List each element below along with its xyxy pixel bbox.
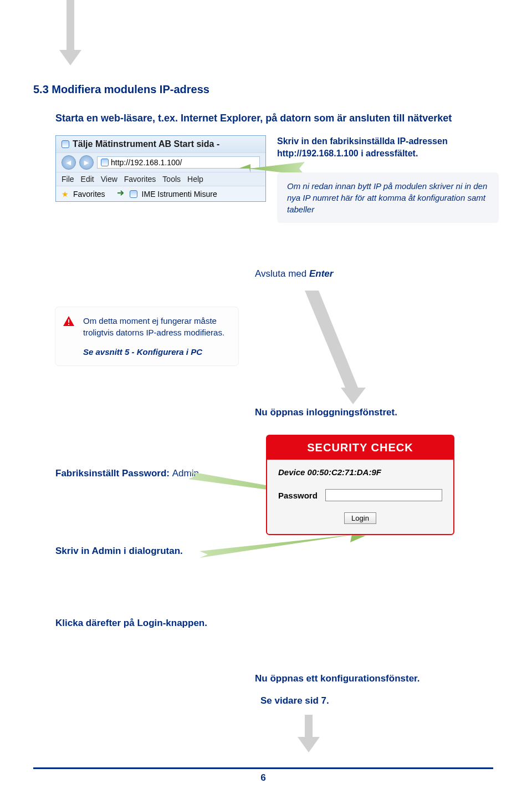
see-sid7-text: Se vidare sid 7. [260, 695, 329, 706]
section-heading: 5.3 Modifiera modulens IP-adress [33, 83, 493, 96]
page-number: 6 [33, 767, 493, 783]
address-bar[interactable]: http://192.168.1.100/ [97, 156, 260, 169]
security-dialog: SECURITY CHECK Device 00:50:C2:71:DA:9F … [266, 435, 454, 535]
arrow-down-icon [66, 0, 81, 65]
star-icon: ★ [62, 190, 69, 199]
password-input[interactable] [325, 489, 442, 501]
warning-box: Om detta moment ej fungerar måste trolig… [55, 307, 238, 365]
forward-button[interactable]: ► [79, 155, 94, 170]
browser-menu: File Edit View Favorites Tools Help [56, 172, 265, 186]
svg-marker-4 [305, 291, 359, 390]
address-url: http://192.168.1.100/ [111, 158, 182, 167]
favorites-label[interactable]: Favorites [73, 190, 105, 199]
page-icon [101, 159, 109, 166]
intro-text: Starta en web-läsare, t.ex. Internet Exp… [55, 113, 493, 124]
arrow-to-login-text [255, 291, 399, 407]
warning-text-2: Se avsnitt 5 - Konfigurera i PC [83, 347, 202, 357]
login-button[interactable]: Login [344, 512, 376, 524]
browser-title-text: Tälje Mätinstrument AB Start sida - [73, 139, 219, 149]
svg-rect-3 [68, 324, 69, 325]
menu-favorites[interactable]: Favorites [124, 175, 156, 184]
warning-icon [62, 315, 75, 328]
device-label: Device 00:50:C2:71:DA:9F [278, 467, 442, 477]
ie-icon [62, 140, 69, 148]
tab-label[interactable]: IME Istrumenti Misure [142, 190, 217, 199]
menu-edit[interactable]: Edit [81, 175, 94, 184]
password-label: Password [278, 491, 318, 500]
menu-view[interactable]: View [101, 175, 117, 184]
config-opens-text: Nu öppnas ett konfigurationsfönster. [255, 673, 420, 684]
arrow-to-login-button [200, 535, 366, 562]
svg-rect-2 [68, 319, 69, 323]
browser-title-bar: Tälje Mätinstrument AB Start sida - [56, 136, 265, 152]
browser-window: Tälje Mätinstrument AB Start sida - ◄ ► … [55, 135, 266, 202]
svg-marker-5 [341, 388, 366, 404]
security-dialog-title: SECURITY CHECK [267, 436, 453, 460]
tab-icon [130, 190, 137, 198]
info-ip-text: Skriv in den fabriksinställda IP-adresse… [277, 135, 499, 160]
tip-box: Om ni redan innan bytt IP på modulen skr… [277, 172, 499, 223]
svg-marker-9 [350, 535, 366, 542]
menu-tools[interactable]: Tools [162, 175, 181, 184]
enter-line: Avsluta med Enter [255, 268, 493, 279]
menu-file[interactable]: File [62, 175, 74, 184]
browser-favorites-bar: ★ Favorites IME Istrumenti Misure [56, 186, 265, 201]
back-button[interactable]: ◄ [62, 155, 76, 170]
warning-text-1: Om detta moment ej fungerar måste trolig… [83, 315, 229, 338]
fav-arrow-icon [116, 189, 125, 199]
browser-nav-bar: ◄ ► http://192.168.1.100/ [56, 152, 265, 172]
admin-line: Skriv in Admin i dialogrutan. [55, 546, 183, 557]
svg-marker-8 [200, 535, 355, 558]
arrow-down-icon [305, 715, 320, 752]
login-opens-text: Nu öppnas inloggningsfönstret. [255, 407, 397, 418]
password-line: Fabriksinställt Password: Admin [55, 468, 199, 479]
menu-help[interactable]: Help [187, 175, 203, 184]
click-login-line: Klicka därefter på Login-knappen. [55, 618, 207, 629]
